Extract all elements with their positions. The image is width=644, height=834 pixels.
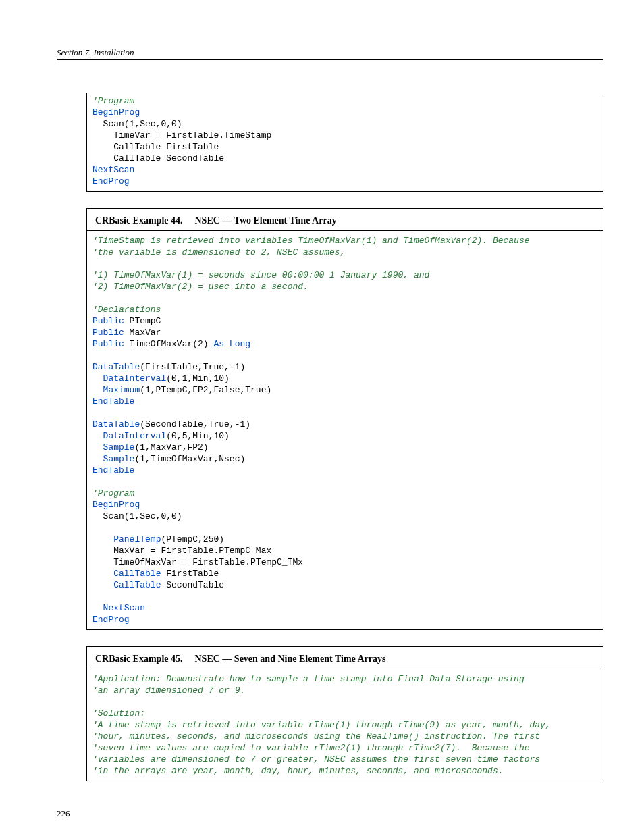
section-title: Section 7. Installation: [57, 47, 134, 57]
code-box-example-45: CRBasic Example 45.NSEC — Seven and Nine…: [86, 646, 603, 781]
code-box-continued: 'Program BeginProg Scan(1,Sec,0,0) TimeV…: [86, 93, 603, 192]
example-44-name: NSEC — Two Element Time Array: [195, 215, 337, 226]
example-44-prefix: CRBasic Example 44.: [95, 215, 183, 226]
example-45-prefix: CRBasic Example 45.: [95, 654, 183, 664]
example-45-title: CRBasic Example 45.NSEC — Seven and Nine…: [87, 648, 603, 669]
code-block-1: 'Program BeginProg Scan(1,Sec,0,0) TimeV…: [87, 94, 603, 188]
code-box-example-44: CRBasic Example 44.NSEC — Two Element Ti…: [86, 208, 603, 630]
example-45-name: NSEC — Seven and Nine Element Time Array…: [195, 654, 386, 664]
example-44-title: CRBasic Example 44.NSEC — Two Element Ti…: [87, 210, 603, 231]
code-block-3: 'Application: Demonstrate how to sample …: [87, 672, 603, 778]
page-header: Section 7. Installation: [57, 47, 603, 60]
code-block-2: 'TimeStamp is retrieved into variables T…: [87, 234, 603, 627]
page-number: 226: [57, 808, 603, 819]
